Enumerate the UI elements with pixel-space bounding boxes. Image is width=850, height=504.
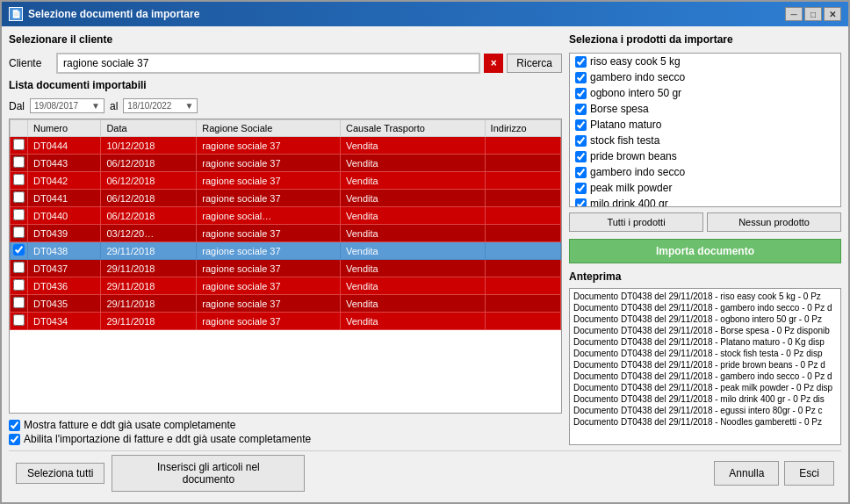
product-item[interactable]: Platano maturo xyxy=(570,117,840,133)
row-data: 06/12/2018 xyxy=(101,155,197,172)
row-ragione: ragione sociale 37 xyxy=(197,277,341,295)
documents-table-container: Numero Data Ragione Sociale Causale Tras… xyxy=(9,119,562,414)
row-numero: DT0439 xyxy=(28,225,101,242)
product-item[interactable]: peak milk powder xyxy=(570,180,840,196)
row-checkbox-cell[interactable] xyxy=(11,190,28,207)
dal-input[interactable]: 19/08/2017 ▼ xyxy=(30,98,104,113)
row-checkbox-cell[interactable] xyxy=(11,242,28,260)
check1-label[interactable]: Mostra fatture e ddt già usate completam… xyxy=(9,419,562,431)
table-row[interactable]: DT0439 03/12/20… ragione sociale 37 Vend… xyxy=(11,225,561,242)
insert-button[interactable]: Inserisci gli articoli nel documento xyxy=(112,455,305,492)
row-checkbox-cell[interactable] xyxy=(11,295,28,313)
check1-input[interactable] xyxy=(9,420,20,431)
check2-label[interactable]: Abilita l'importazione di fatture e ddt … xyxy=(9,433,562,445)
product-item[interactable]: gambero indo secco xyxy=(570,164,840,180)
row-checkbox-cell[interactable] xyxy=(11,137,28,155)
row-checkbox[interactable] xyxy=(13,139,25,150)
table-row[interactable]: DT0443 06/12/2018 ragione sociale 37 Ven… xyxy=(11,155,561,172)
row-checkbox-cell[interactable] xyxy=(11,277,28,295)
product-checkbox[interactable] xyxy=(575,183,587,194)
minimize-button[interactable]: ─ xyxy=(785,7,803,21)
product-checkbox[interactable] xyxy=(575,135,587,147)
row-causale: Vendita xyxy=(340,242,485,260)
table-row[interactable]: DT0438 29/11/2018 ragione sociale 37 Ven… xyxy=(11,242,561,260)
row-checkbox[interactable] xyxy=(13,279,25,291)
check2-input[interactable] xyxy=(9,434,20,445)
row-data: 06/12/2018 xyxy=(101,172,197,190)
window-body: Selezionare il cliente Cliente × Ricerca… xyxy=(2,26,848,502)
tutti-prodotti-button[interactable]: Tutti i prodotti xyxy=(569,212,703,232)
table-row[interactable]: DT0441 06/12/2018 ragione sociale 37 Ven… xyxy=(11,190,561,207)
table-row[interactable]: DT0437 29/11/2018 ragione sociale 37 Ven… xyxy=(11,260,561,277)
maximize-button[interactable]: □ xyxy=(804,7,822,21)
row-checkbox[interactable] xyxy=(13,191,25,203)
row-checkbox-cell[interactable] xyxy=(11,207,28,225)
row-checkbox-cell[interactable] xyxy=(11,155,28,172)
table-row[interactable]: DT0436 29/11/2018 ragione sociale 37 Ven… xyxy=(11,277,561,295)
product-item[interactable]: stock fish testa xyxy=(570,133,840,148)
anteprima-line: Documento DT0438 del 29/11/2018 - stock … xyxy=(573,348,837,359)
row-indirizzo xyxy=(485,190,560,207)
importa-button[interactable]: Importa documento xyxy=(569,239,841,263)
client-section-label: Selezionare il cliente xyxy=(9,33,562,46)
product-checkbox[interactable] xyxy=(575,167,587,178)
clear-client-button[interactable]: × xyxy=(484,54,503,73)
window-title: Selezione documenti da importare xyxy=(28,8,199,20)
product-item[interactable]: pride brown beans xyxy=(570,148,840,164)
row-causale: Vendita xyxy=(340,155,485,172)
row-checkbox-cell[interactable] xyxy=(11,172,28,190)
product-checkbox[interactable] xyxy=(575,56,587,68)
row-checkbox-cell[interactable] xyxy=(11,260,28,277)
table-row[interactable]: DT0435 29/11/2018 ragione sociale 37 Ven… xyxy=(11,295,561,313)
row-checkbox[interactable] xyxy=(13,174,25,185)
row-checkbox[interactable] xyxy=(13,244,25,256)
product-item[interactable]: Borse spesa xyxy=(570,101,840,117)
product-checkbox[interactable] xyxy=(575,72,587,83)
product-item[interactable]: ogbono intero 50 gr xyxy=(570,85,840,101)
row-checkbox[interactable] xyxy=(13,297,25,308)
product-checkbox[interactable] xyxy=(575,151,587,162)
documents-table: Numero Data Ragione Sociale Causale Tras… xyxy=(10,119,561,330)
row-checkbox[interactable] xyxy=(13,314,25,326)
product-list: riso easy cook 5 kggambero indo seccoogb… xyxy=(569,53,841,207)
row-numero: DT0444 xyxy=(28,137,101,155)
esci-button[interactable]: Esci xyxy=(784,461,834,486)
right-panel: Seleziona i prodotti da importare riso e… xyxy=(569,33,841,445)
row-data: 06/12/2018 xyxy=(101,190,197,207)
table-row[interactable]: DT0440 06/12/2018 ragione social… Vendit… xyxy=(11,207,561,225)
row-data: 29/11/2018 xyxy=(101,313,197,330)
col-checkbox xyxy=(11,120,28,137)
row-indirizzo xyxy=(485,207,560,225)
date-row: Dal 19/08/2017 ▼ al 18/10/2022 ▼ xyxy=(9,98,562,113)
row-checkbox-cell[interactable] xyxy=(11,225,28,242)
search-button[interactable]: Ricerca xyxy=(507,54,562,73)
product-checkbox[interactable] xyxy=(575,119,587,131)
product-checkbox[interactable] xyxy=(575,88,587,99)
anteprima-line: Documento DT0438 del 29/11/2018 - ogbono… xyxy=(573,313,837,325)
row-ragione: ragione sociale 37 xyxy=(197,260,341,277)
row-checkbox[interactable] xyxy=(13,227,25,238)
product-item[interactable]: milo drink 400 gr xyxy=(570,196,840,207)
row-checkbox[interactable] xyxy=(13,156,25,168)
table-row[interactable]: DT0434 29/11/2018 ragione sociale 37 Ven… xyxy=(11,313,561,330)
product-checkbox[interactable] xyxy=(575,198,587,207)
product-name: stock fish testa xyxy=(590,134,659,147)
product-item[interactable]: gambero indo secco xyxy=(570,69,840,85)
nessun-prodotto-button[interactable]: Nessun prodotto xyxy=(707,212,841,232)
table-row[interactable]: DT0442 06/12/2018 ragione sociale 37 Ven… xyxy=(11,172,561,190)
product-item[interactable]: riso easy cook 5 kg xyxy=(570,54,840,69)
product-name: ogbono intero 50 gr xyxy=(590,87,681,99)
close-button[interactable]: ✕ xyxy=(824,7,841,21)
row-checkbox-cell[interactable] xyxy=(11,313,28,330)
row-causale: Vendita xyxy=(340,277,485,295)
table-row[interactable]: DT0444 10/12/2018 ragione sociale 37 Ven… xyxy=(11,137,561,155)
annulla-button[interactable]: Annulla xyxy=(714,461,779,486)
row-checkbox[interactable] xyxy=(13,209,25,220)
product-checkbox[interactable] xyxy=(575,104,587,115)
row-data: 29/11/2018 xyxy=(101,260,197,277)
client-input[interactable] xyxy=(56,53,480,74)
row-checkbox[interactable] xyxy=(13,262,25,273)
col-numero: Numero xyxy=(28,120,101,137)
al-input[interactable]: 18/10/2022 ▼ xyxy=(123,98,198,113)
select-all-button[interactable]: Seleziona tutti xyxy=(16,463,104,484)
